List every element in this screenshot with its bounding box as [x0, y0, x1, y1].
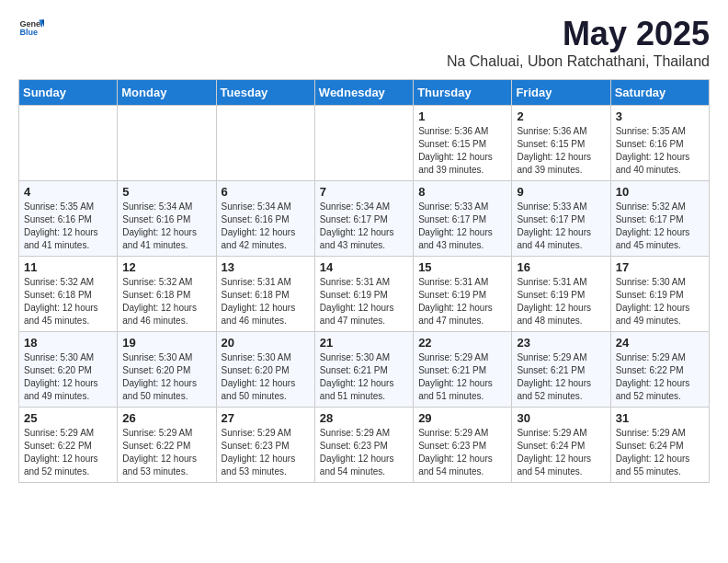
calendar-day-cell: [19, 106, 118, 181]
day-number: 21: [320, 336, 408, 350]
day-number: 25: [24, 411, 112, 425]
calendar-day-cell: 18Sunrise: 5:30 AM Sunset: 6:20 PM Dayli…: [19, 332, 118, 408]
day-info: Sunrise: 5:29 AM Sunset: 6:23 PM Dayligh…: [320, 427, 408, 478]
calendar-day-cell: 6Sunrise: 5:34 AM Sunset: 6:16 PM Daylig…: [216, 181, 314, 257]
day-info: Sunrise: 5:30 AM Sunset: 6:20 PM Dayligh…: [122, 351, 210, 403]
day-info: Sunrise: 5:29 AM Sunset: 6:24 PM Dayligh…: [616, 427, 704, 478]
day-info: Sunrise: 5:30 AM Sunset: 6:21 PM Dayligh…: [320, 351, 408, 403]
calendar-day-cell: 15Sunrise: 5:31 AM Sunset: 6:19 PM Dayli…: [414, 257, 512, 332]
calendar-day-cell: 12Sunrise: 5:32 AM Sunset: 6:18 PM Dayli…: [118, 257, 216, 332]
calendar-table: SundayMondayTuesdayWednesdayThursdayFrid…: [18, 79, 710, 483]
calendar-day-cell: 19Sunrise: 5:30 AM Sunset: 6:20 PM Dayli…: [118, 332, 216, 408]
day-number: 6: [222, 185, 310, 199]
day-number: 31: [616, 411, 704, 425]
calendar-day-header: Tuesday: [216, 80, 314, 106]
day-info: Sunrise: 5:32 AM Sunset: 6:18 PM Dayligh…: [122, 276, 210, 327]
calendar-day-cell: 24Sunrise: 5:29 AM Sunset: 6:22 PM Dayli…: [610, 332, 709, 408]
calendar-week-row: 18Sunrise: 5:30 AM Sunset: 6:20 PM Dayli…: [19, 332, 710, 408]
day-info: Sunrise: 5:34 AM Sunset: 6:16 PM Dayligh…: [122, 201, 210, 252]
calendar-day-header: Monday: [118, 80, 216, 106]
calendar-day-header: Wednesday: [314, 80, 413, 106]
day-info: Sunrise: 5:29 AM Sunset: 6:22 PM Dayligh…: [616, 351, 704, 403]
day-number: 2: [517, 109, 605, 123]
calendar-day-cell: 23Sunrise: 5:29 AM Sunset: 6:21 PM Dayli…: [512, 332, 610, 408]
day-info: Sunrise: 5:29 AM Sunset: 6:23 PM Dayligh…: [418, 427, 506, 478]
day-number: 27: [222, 411, 310, 425]
day-number: 11: [24, 260, 112, 274]
calendar-day-cell: 29Sunrise: 5:29 AM Sunset: 6:23 PM Dayli…: [414, 408, 512, 483]
day-number: 28: [320, 411, 408, 425]
calendar-day-cell: 2Sunrise: 5:36 AM Sunset: 6:15 PM Daylig…: [512, 106, 610, 181]
calendar-day-cell: 28Sunrise: 5:29 AM Sunset: 6:23 PM Dayli…: [314, 408, 413, 483]
calendar-week-row: 25Sunrise: 5:29 AM Sunset: 6:22 PM Dayli…: [19, 408, 710, 483]
logo: General Blue: [18, 15, 44, 40]
day-number: 15: [418, 260, 506, 274]
day-info: Sunrise: 5:36 AM Sunset: 6:15 PM Dayligh…: [517, 125, 605, 177]
day-info: Sunrise: 5:31 AM Sunset: 6:19 PM Dayligh…: [517, 276, 605, 327]
calendar-day-cell: [216, 106, 314, 181]
day-info: Sunrise: 5:31 AM Sunset: 6:19 PM Dayligh…: [418, 276, 506, 327]
day-info: Sunrise: 5:31 AM Sunset: 6:18 PM Dayligh…: [222, 276, 310, 327]
calendar-week-row: 4Sunrise: 5:35 AM Sunset: 6:16 PM Daylig…: [19, 181, 710, 257]
calendar-day-cell: 3Sunrise: 5:35 AM Sunset: 6:16 PM Daylig…: [610, 106, 709, 181]
calendar-day-cell: 9Sunrise: 5:33 AM Sunset: 6:17 PM Daylig…: [512, 181, 610, 257]
day-number: 8: [418, 185, 506, 199]
day-info: Sunrise: 5:29 AM Sunset: 6:22 PM Dayligh…: [24, 427, 112, 478]
day-info: Sunrise: 5:30 AM Sunset: 6:19 PM Dayligh…: [616, 276, 704, 327]
day-info: Sunrise: 5:32 AM Sunset: 6:18 PM Dayligh…: [24, 276, 112, 327]
calendar-day-cell: 17Sunrise: 5:30 AM Sunset: 6:19 PM Dayli…: [610, 257, 709, 332]
day-number: 24: [616, 336, 704, 350]
calendar-day-cell: 7Sunrise: 5:34 AM Sunset: 6:17 PM Daylig…: [314, 181, 413, 257]
calendar-day-header: Friday: [512, 80, 610, 106]
day-number: 9: [517, 185, 605, 199]
header: General Blue May 2025 Na Chaluai, Ubon R…: [18, 15, 710, 70]
day-info: Sunrise: 5:32 AM Sunset: 6:17 PM Dayligh…: [616, 201, 704, 252]
calendar-day-cell: [314, 106, 413, 181]
calendar-day-header: Thursday: [414, 80, 512, 106]
day-info: Sunrise: 5:33 AM Sunset: 6:17 PM Dayligh…: [517, 201, 605, 252]
day-info: Sunrise: 5:29 AM Sunset: 6:23 PM Dayligh…: [222, 427, 310, 478]
day-number: 4: [24, 185, 112, 199]
calendar-day-cell: 27Sunrise: 5:29 AM Sunset: 6:23 PM Dayli…: [216, 408, 314, 483]
calendar-day-cell: 10Sunrise: 5:32 AM Sunset: 6:17 PM Dayli…: [610, 181, 709, 257]
month-year-title: May 2025: [447, 15, 710, 53]
day-number: 26: [122, 411, 210, 425]
calendar-day-cell: 14Sunrise: 5:31 AM Sunset: 6:19 PM Dayli…: [314, 257, 413, 332]
calendar-day-cell: 31Sunrise: 5:29 AM Sunset: 6:24 PM Dayli…: [610, 408, 709, 483]
day-number: 29: [418, 411, 506, 425]
calendar-day-header: Sunday: [19, 80, 118, 106]
calendar-week-row: 11Sunrise: 5:32 AM Sunset: 6:18 PM Dayli…: [19, 257, 710, 332]
day-number: 22: [418, 336, 506, 350]
calendar-day-cell: 16Sunrise: 5:31 AM Sunset: 6:19 PM Dayli…: [512, 257, 610, 332]
day-info: Sunrise: 5:29 AM Sunset: 6:21 PM Dayligh…: [418, 351, 506, 403]
calendar-day-cell: 4Sunrise: 5:35 AM Sunset: 6:16 PM Daylig…: [19, 181, 118, 257]
day-info: Sunrise: 5:29 AM Sunset: 6:24 PM Dayligh…: [517, 427, 605, 478]
calendar-day-cell: [118, 106, 216, 181]
day-number: 19: [122, 336, 210, 350]
title-area: May 2025 Na Chaluai, Ubon Ratchathani, T…: [447, 15, 710, 70]
calendar-day-cell: 25Sunrise: 5:29 AM Sunset: 6:22 PM Dayli…: [19, 408, 118, 483]
day-info: Sunrise: 5:34 AM Sunset: 6:16 PM Dayligh…: [222, 201, 310, 252]
day-info: Sunrise: 5:30 AM Sunset: 6:20 PM Dayligh…: [24, 351, 112, 403]
calendar-day-cell: 22Sunrise: 5:29 AM Sunset: 6:21 PM Dayli…: [414, 332, 512, 408]
day-info: Sunrise: 5:36 AM Sunset: 6:15 PM Dayligh…: [418, 125, 506, 177]
day-number: 7: [320, 185, 408, 199]
day-number: 10: [616, 185, 704, 199]
day-info: Sunrise: 5:35 AM Sunset: 6:16 PM Dayligh…: [616, 125, 704, 177]
day-number: 12: [122, 260, 210, 274]
calendar-day-header: Saturday: [610, 80, 709, 106]
calendar-day-cell: 26Sunrise: 5:29 AM Sunset: 6:22 PM Dayli…: [118, 408, 216, 483]
day-info: Sunrise: 5:33 AM Sunset: 6:17 PM Dayligh…: [418, 201, 506, 252]
day-number: 30: [517, 411, 605, 425]
day-number: 5: [122, 185, 210, 199]
location-subtitle: Na Chaluai, Ubon Ratchathani, Thailand: [447, 53, 710, 70]
day-number: 13: [222, 260, 310, 274]
calendar-day-cell: 5Sunrise: 5:34 AM Sunset: 6:16 PM Daylig…: [118, 181, 216, 257]
day-info: Sunrise: 5:31 AM Sunset: 6:19 PM Dayligh…: [320, 276, 408, 327]
calendar-day-cell: 11Sunrise: 5:32 AM Sunset: 6:18 PM Dayli…: [19, 257, 118, 332]
calendar-day-cell: 1Sunrise: 5:36 AM Sunset: 6:15 PM Daylig…: [414, 106, 512, 181]
day-number: 14: [320, 260, 408, 274]
day-number: 3: [616, 109, 704, 123]
calendar-day-cell: 30Sunrise: 5:29 AM Sunset: 6:24 PM Dayli…: [512, 408, 610, 483]
calendar-day-cell: 20Sunrise: 5:30 AM Sunset: 6:20 PM Dayli…: [216, 332, 314, 408]
